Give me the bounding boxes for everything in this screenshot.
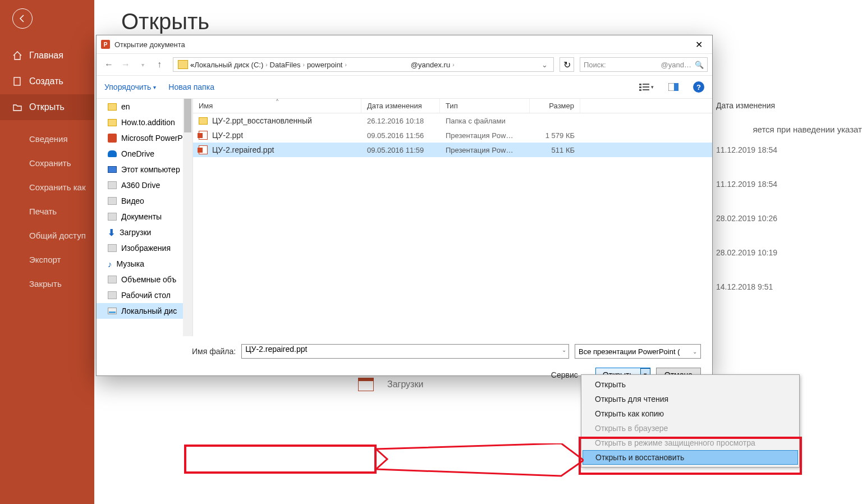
nav-print[interactable]: Печать: [0, 199, 94, 223]
tree-item[interactable]: Локальный дис: [97, 303, 192, 319]
nav-share[interactable]: Общий доступ: [0, 223, 94, 248]
preview-pane-button[interactable]: [666, 80, 681, 94]
nav-info[interactable]: Сведения: [0, 127, 94, 151]
tree-item[interactable]: Объемные объ: [97, 272, 192, 287]
dialog-title: Открытие документа: [114, 40, 690, 49]
nav-export[interactable]: Экспорт: [0, 248, 94, 272]
svg-rect-2: [643, 84, 649, 85]
tree-item[interactable]: Этот компьютер: [97, 162, 192, 177]
tree-item-label: Рабочий стол: [121, 291, 171, 300]
tree-item[interactable]: Рабочий стол: [97, 287, 192, 303]
refresh-button[interactable]: ↻: [560, 57, 574, 72]
nav-new[interactable]: Создать: [0, 68, 94, 94]
view-mode-button[interactable]: ▾: [639, 80, 654, 94]
address-dropdown[interactable]: ⌄: [538, 61, 551, 69]
tree-item-label: Видео: [121, 196, 144, 205]
col-size[interactable]: Размер: [530, 99, 580, 113]
file-type: Презентация Pow…: [440, 131, 530, 140]
dialog-titlebar: P Открытие документа ✕: [97, 35, 712, 53]
recent-date-row: 28.02.2019 10:26: [716, 201, 862, 235]
nav-up-button[interactable]: ↑: [152, 57, 167, 72]
tree-item-label: Этот компьютер: [121, 165, 180, 174]
svg-rect-8: [674, 83, 678, 91]
close-button[interactable]: ✕: [690, 39, 708, 50]
dialog-body: enHow.to.additionMicrosoft PowerPOneDriv…: [97, 98, 712, 336]
file-list-header: Имя Дата изменения Тип Размер ^: [193, 99, 712, 113]
help-button[interactable]: ?: [693, 81, 704, 93]
file-filter-select[interactable]: Все презентации PowerPoint (⌄: [575, 344, 701, 359]
tree-item-label: Загрузки: [120, 228, 151, 237]
nav-recent-dropdown[interactable]: ▾: [135, 57, 150, 72]
tree-item[interactable]: ⬇Загрузки: [97, 224, 192, 240]
breadcrumb-seg[interactable]: @yandex.ru: [411, 61, 450, 69]
recent-date-row: 11.12.2019 18:54: [716, 132, 862, 167]
search-icon: 🔍: [695, 61, 704, 69]
nav-home-label: Главная: [29, 51, 63, 61]
open-menu-item[interactable]: Открыть: [581, 377, 799, 392]
nav-back-button[interactable]: ←: [101, 57, 117, 72]
open-menu-item[interactable]: Открыть как копию: [581, 406, 799, 421]
new-folder-button[interactable]: Новая папка: [168, 83, 214, 91]
open-menu-item[interactable]: Открыть для чтения: [581, 392, 799, 406]
tree-item[interactable]: OneDrive: [97, 146, 192, 162]
file-row[interactable]: ЦУ-2.repaired.ppt 09.05.2016 11:59 Презе…: [193, 143, 712, 157]
tree-item-label: en: [121, 102, 130, 111]
nav-open-label: Открыть: [29, 102, 65, 112]
svg-rect-5: [639, 89, 641, 91]
file-size: 511 КБ: [530, 146, 580, 154]
nav-open[interactable]: Открыть: [0, 94, 94, 120]
tree-item[interactable]: Видео: [97, 193, 192, 209]
nav-forward-button[interactable]: →: [118, 57, 134, 72]
nav-saveas[interactable]: Сохранить как: [0, 175, 94, 199]
file-name: ЦУ-2.repaired.ppt: [212, 145, 274, 154]
recent-date-row: 11.12.2019 18:54: [716, 167, 862, 201]
col-type[interactable]: Тип: [440, 99, 530, 113]
tree-item[interactable]: Документы: [97, 209, 192, 224]
nav-close[interactable]: Закрыть: [0, 272, 94, 296]
file-date: 09.05.2016 11:59: [361, 146, 440, 154]
tree-item-label: Microsoft PowerP: [121, 134, 183, 143]
address-bar[interactable]: « Локальный диск (C:)› DataFiles› powerp…: [173, 57, 554, 72]
dialog-navbar: ← → ▾ ↑ « Локальный диск (C:)› DataFiles…: [97, 53, 712, 76]
search-box[interactable]: Поиск: @yand… 🔍: [580, 57, 708, 72]
back-button[interactable]: [12, 8, 33, 29]
svg-rect-6: [643, 89, 649, 90]
file-date: 09.05.2016 11:56: [361, 131, 440, 140]
breadcrumb-seg[interactable]: powerpoint: [307, 61, 343, 69]
svg-marker-9: [376, 443, 584, 476]
home-icon: [12, 51, 24, 61]
nav-home[interactable]: Главная: [0, 43, 94, 68]
file-row[interactable]: ЦУ-2.ppt_восстановленный 26.12.2016 10:1…: [193, 113, 712, 128]
tree-item[interactable]: A360 Drive: [97, 177, 192, 193]
file-list: Имя Дата изменения Тип Размер ^ ЦУ-2.ppt…: [193, 99, 712, 336]
tree-item[interactable]: Изображения: [97, 240, 192, 256]
tree-item-label: Объемные объ: [121, 275, 176, 284]
page-title: Открыть: [121, 9, 835, 34]
organize-menu[interactable]: Упорядочить ▾: [104, 83, 156, 91]
breadcrumb-seg[interactable]: DataFiles: [270, 61, 301, 69]
tree-item[interactable]: en: [97, 99, 192, 114]
tree-item[interactable]: ♪Музыка: [97, 256, 192, 272]
file-date: 26.12.2016 10:18: [361, 117, 440, 125]
annotation-menu-rect: [579, 437, 802, 475]
file-row[interactable]: ЦУ-2.ppt 09.05.2016 11:56 Презентация Po…: [193, 128, 712, 143]
file-type: Презентация Pow…: [440, 146, 530, 154]
tree-item-label: OneDrive: [121, 149, 154, 158]
dialog-toolbar: Упорядочить ▾ Новая папка ▾ ?: [97, 76, 712, 98]
open-menu-item: Открыть в браузере: [581, 421, 799, 436]
filename-input[interactable]: ЦУ-2.repaired.ppt⌄: [241, 344, 569, 359]
svg-rect-3: [639, 86, 641, 88]
breadcrumb-seg[interactable]: Локальный диск (C:): [194, 61, 263, 69]
recent-date-header: Дата изменения: [716, 101, 862, 110]
service-menu[interactable]: Сервис ▾: [551, 370, 584, 379]
new-icon: [12, 76, 24, 86]
nav-save[interactable]: Сохранить: [0, 151, 94, 175]
tree-item-label: Локальный дис: [121, 306, 177, 315]
sort-indicator-icon: ^: [272, 98, 283, 104]
nav-new-label: Создать: [29, 76, 63, 86]
tree-item[interactable]: How.to.addition: [97, 114, 192, 130]
tree-scrollbar[interactable]: [183, 99, 192, 336]
col-date[interactable]: Дата изменения: [361, 99, 440, 113]
svg-rect-1: [639, 84, 641, 85]
tree-item[interactable]: Microsoft PowerP: [97, 130, 192, 146]
